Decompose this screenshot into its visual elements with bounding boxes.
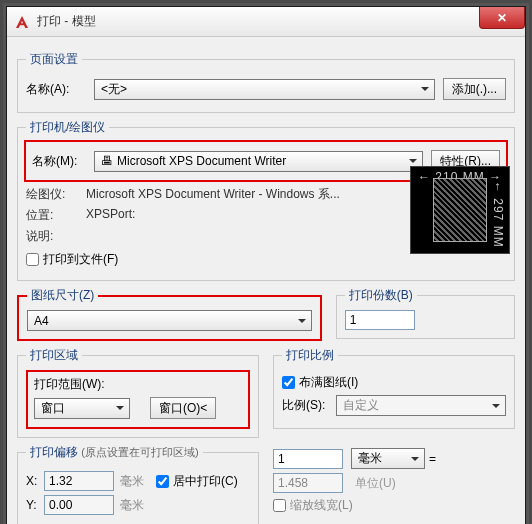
plotter-name-label: 名称(M): bbox=[32, 153, 94, 170]
device-label: 绘图仪: bbox=[26, 186, 86, 203]
print-range-label: 打印范围(W): bbox=[34, 376, 242, 393]
dialog-body: 页面设置 名称(A): <无> 添加(.)... 打印机/绘图仪 名称(M): … bbox=[7, 37, 525, 524]
paper-preview: ← 210 MM → ← 297 MM → bbox=[410, 166, 510, 254]
scale-lineweights-label: 缩放线宽(L) bbox=[290, 497, 353, 514]
print-dialog: 打印 - 模型 ✕ 页面设置 名称(A): <无> 添加(.)... 打印机/绘… bbox=[6, 6, 526, 524]
plotter-group: 打印机/绘图仪 名称(M): 🖶 Microsoft XPS Document … bbox=[17, 119, 515, 281]
scale-ratio-select[interactable]: 自定义 bbox=[336, 395, 506, 416]
print-area-group: 打印区域 打印范围(W): 窗口 窗口(O)< bbox=[17, 347, 259, 438]
copies-input[interactable] bbox=[345, 310, 415, 330]
offset-y-input[interactable] bbox=[44, 495, 114, 515]
paper-size-select[interactable]: A4 bbox=[27, 310, 312, 331]
copies-legend: 打印份数(B) bbox=[345, 287, 417, 304]
offset-group: 打印偏移 (原点设置在可打印区域) X: 毫米 居中打印(C) Y: 毫米 bbox=[17, 444, 259, 524]
add-button[interactable]: 添加(.)... bbox=[443, 78, 506, 100]
print-to-file-label: 打印到文件(F) bbox=[43, 251, 118, 268]
location-value: XPSPort: bbox=[86, 207, 135, 224]
offset-x-label: X: bbox=[26, 474, 44, 488]
titlebar: 打印 - 模型 ✕ bbox=[7, 7, 525, 37]
scale-legend: 打印比例 bbox=[282, 347, 338, 364]
print-range-highlight: 打印范围(W): 窗口 窗口(O)< bbox=[26, 370, 250, 429]
plotter-name-select[interactable]: 🖶 Microsoft XPS Document Writer bbox=[94, 151, 423, 172]
scale-bot-input[interactable] bbox=[273, 473, 343, 493]
printer-icon: 🖶 bbox=[101, 154, 113, 168]
scale-ratio-label: 比例(S): bbox=[282, 397, 336, 414]
center-plot-checkbox[interactable] bbox=[156, 475, 169, 488]
print-area-legend: 打印区域 bbox=[26, 347, 82, 364]
print-to-file-checkbox[interactable] bbox=[26, 253, 39, 266]
offset-x-unit: 毫米 bbox=[120, 473, 144, 490]
scale-top-input[interactable] bbox=[273, 449, 343, 469]
offset-x-input[interactable] bbox=[44, 471, 114, 491]
location-label: 位置: bbox=[26, 207, 86, 224]
copies-group: 打印份数(B) bbox=[336, 287, 515, 339]
scale-group: 打印比例 布满图纸(I) 比例(S): 自定义 bbox=[273, 347, 515, 429]
print-range-select[interactable]: 窗口 bbox=[34, 398, 130, 419]
app-icon bbox=[13, 13, 31, 31]
scale-lineweights-checkbox[interactable] bbox=[273, 499, 286, 512]
window-pick-button[interactable]: 窗口(O)< bbox=[150, 397, 216, 419]
paper-hatch-icon bbox=[433, 178, 487, 242]
paper-size-group: 图纸尺寸(Z) A4 bbox=[17, 287, 322, 341]
page-setup-group: 页面设置 名称(A): <无> 添加(.)... bbox=[17, 51, 515, 113]
device-value: Microsoft XPS Document Writer - Windows … bbox=[86, 186, 340, 203]
scale-bot-unit-label: 单位(U) bbox=[355, 475, 396, 492]
window-title: 打印 - 模型 bbox=[37, 13, 96, 30]
page-setup-name-label: 名称(A): bbox=[26, 81, 94, 98]
page-setup-legend: 页面设置 bbox=[26, 51, 82, 68]
fit-to-paper-checkbox[interactable] bbox=[282, 376, 295, 389]
offset-y-unit: 毫米 bbox=[120, 497, 144, 514]
center-plot-label: 居中打印(C) bbox=[173, 473, 238, 490]
page-setup-name-select[interactable]: <无> bbox=[94, 79, 435, 100]
fit-to-paper-label: 布满图纸(I) bbox=[299, 374, 358, 391]
desc-label: 说明: bbox=[26, 228, 86, 245]
paper-size-legend: 图纸尺寸(Z) bbox=[27, 287, 98, 304]
close-button[interactable]: ✕ bbox=[479, 7, 525, 29]
offset-y-label: Y: bbox=[26, 498, 44, 512]
scale-top-unit-select[interactable]: 毫米 bbox=[351, 448, 425, 469]
offset-legend: 打印偏移 (原点设置在可打印区域) bbox=[26, 444, 203, 461]
plotter-legend: 打印机/绘图仪 bbox=[26, 119, 109, 136]
